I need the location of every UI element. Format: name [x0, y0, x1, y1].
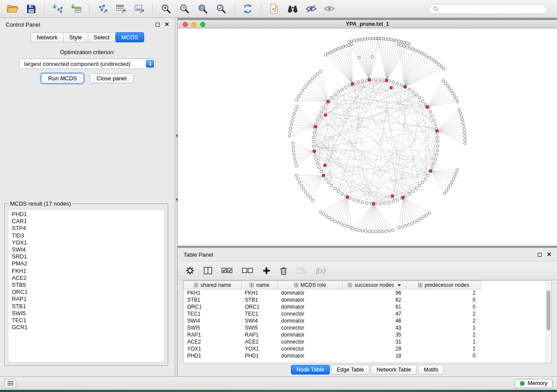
column-header-predecessor-nodes[interactable]: predecessor nodes — [407, 281, 481, 289]
deselect-all-button[interactable] — [242, 268, 253, 274]
mcds-result-item[interactable]: TID3 — [12, 232, 164, 239]
network-canvas[interactable] — [178, 28, 557, 246]
table-row[interactable]: FKH1FKH1dominator962 — [184, 289, 552, 296]
float-panel-button[interactable] — [156, 23, 159, 27]
tab-style[interactable]: Style — [63, 32, 88, 42]
table-row[interactable]: TEC1TEC1connector472 — [184, 310, 552, 317]
tab-network-table[interactable]: Network Table — [371, 365, 417, 375]
column-header-shared-name[interactable]: shared name — [184, 281, 242, 289]
mcds-result-item[interactable]: CAR1 — [12, 218, 164, 225]
close-panel-x-button[interactable]: × — [165, 22, 169, 27]
tab-node-table[interactable]: Node Table — [291, 365, 330, 375]
column-settings-icon — [186, 266, 194, 275]
function-builder-button[interactable]: f(x) — [316, 267, 325, 275]
mcds-result-item[interactable]: YOX1 — [12, 239, 164, 246]
mcds-result-item[interactable]: SRD1 — [12, 253, 164, 260]
import-network-button[interactable] — [49, 2, 66, 16]
hide-selected-button[interactable] — [303, 2, 319, 16]
mcds-result-item[interactable]: PHD1 — [12, 211, 164, 218]
export-table-button[interactable] — [113, 2, 129, 16]
show-all-button[interactable] — [321, 2, 338, 16]
mcds-result-item[interactable]: FKH1 — [12, 268, 164, 275]
export-image-button[interactable] — [131, 2, 148, 16]
mcds-result-item[interactable]: RAP1 — [12, 296, 164, 303]
column-header-name[interactable]: name — [242, 281, 278, 289]
tab-network[interactable]: Network — [31, 32, 64, 42]
table-row[interactable]: RAP1RAP1dominator352 — [184, 331, 552, 338]
save-session-button[interactable] — [23, 2, 39, 16]
splitter-collapse-button[interactable] — [176, 134, 177, 138]
mcds-result-item[interactable]: STB5 — [12, 282, 164, 289]
mcds-result-item[interactable]: ORC1 — [12, 289, 164, 296]
network-search-field[interactable] — [429, 4, 547, 14]
first-neighbors-icon — [287, 4, 298, 13]
close-window-icon[interactable] — [183, 22, 188, 27]
splitter-collapse-button[interactable] — [176, 198, 177, 201]
mcds-result-item[interactable]: SWI4 — [12, 246, 164, 253]
column-header-MCDS-role[interactable]: MCDS role — [278, 281, 343, 289]
column-sort-icon — [418, 283, 422, 287]
close-panel-button[interactable]: Close panel — [90, 73, 134, 83]
table-row[interactable]: ACE2ACE2connector311 — [184, 338, 552, 345]
float-table-panel-button[interactable] — [538, 253, 542, 257]
import-table-button[interactable] — [68, 2, 84, 16]
table-row[interactable]: ORC1ORC1dominator610 — [184, 303, 552, 310]
tab-edge-table[interactable]: Edge Table — [331, 365, 370, 375]
delete-row-button[interactable] — [280, 266, 287, 275]
table-scrollbar-thumb[interactable] — [547, 290, 550, 330]
open-session-icon — [7, 4, 18, 14]
select-all-button[interactable] — [221, 268, 233, 274]
table-row[interactable]: YOX1YOX1connector291 — [184, 345, 552, 352]
maximize-window-icon[interactable] — [200, 22, 205, 27]
mcds-result-item[interactable]: GCR1 — [12, 324, 164, 331]
zoom-out-button[interactable] — [176, 2, 193, 16]
control-panel-titlebar: Control Panel × — [0, 18, 175, 31]
table-row[interactable]: SWI4SWI4dominator462 — [184, 317, 552, 324]
table-row[interactable]: STB1STB1dominator620 — [184, 296, 552, 303]
mcds-result-item[interactable]: ACE2 — [12, 275, 164, 282]
open-session-button[interactable] — [4, 2, 21, 16]
first-neighbors-button[interactable] — [284, 2, 301, 16]
table-row[interactable]: SWI5SWI5connector431 — [184, 324, 552, 331]
toolbar-separator — [152, 3, 153, 14]
mcds-result-item[interactable]: PMA2 — [12, 260, 164, 267]
memory-button[interactable]: Memory — [515, 379, 553, 388]
network-view[interactable] — [178, 28, 557, 246]
export-network-button[interactable] — [94, 2, 111, 16]
tab-select[interactable]: Select — [88, 32, 116, 42]
zoom-in-icon — [161, 3, 171, 14]
mcds-result-item[interactable]: TEC1 — [12, 317, 164, 324]
add-row-button[interactable] — [263, 267, 270, 275]
zoom-in-button[interactable] — [158, 2, 174, 16]
network-window-titlebar[interactable]: YPA_prune.txt_1 — [178, 20, 557, 28]
mcds-result-item[interactable]: STP4 — [12, 225, 164, 232]
table-panel-title: Table Panel — [183, 251, 213, 258]
clear-table-icon — [297, 267, 307, 274]
zoom-selected-button[interactable] — [213, 2, 229, 16]
zoom-fit-button[interactable] — [194, 2, 211, 16]
toolbar-separator — [234, 3, 235, 14]
panel-splitter[interactable] — [175, 18, 178, 376]
refresh-button[interactable] — [239, 2, 256, 16]
column-header-successor-nodes[interactable]: successor nodes — [343, 281, 407, 289]
search-input[interactable] — [441, 6, 543, 12]
select-all-icon — [221, 268, 233, 274]
tab-mcds[interactable]: MCDS — [115, 32, 144, 42]
mcds-result-item[interactable]: STB1 — [12, 303, 164, 310]
mcds-result-item[interactable]: SWI5 — [12, 310, 164, 317]
close-table-panel-button[interactable]: × — [547, 252, 551, 257]
run-mcds-button[interactable]: Run MCDS — [41, 73, 84, 83]
tab-motifs[interactable]: Motifs — [418, 365, 444, 375]
mcds-result-list[interactable]: PHD1CAR1STP4TID3YOX1SWI4SRD1PMA2FKH1ACE2… — [8, 209, 165, 362]
table-row[interactable]: PHD1PHD1dominator180 — [184, 352, 552, 359]
network-window-title: YPA_prune.txt_1 — [346, 21, 389, 27]
table-scrollbar[interactable] — [546, 281, 551, 363]
split-view-button[interactable] — [204, 267, 212, 275]
column-settings-button[interactable] — [186, 266, 194, 275]
optimization-criterion-select[interactable]: largest connected component (undirected) — [19, 58, 156, 69]
copy-network-button[interactable] — [266, 2, 283, 16]
task-history-button[interactable] — [4, 379, 16, 388]
clear-table-button[interactable] — [297, 267, 307, 274]
toolbar-separator — [89, 3, 90, 14]
minimize-window-icon[interactable] — [191, 22, 197, 27]
